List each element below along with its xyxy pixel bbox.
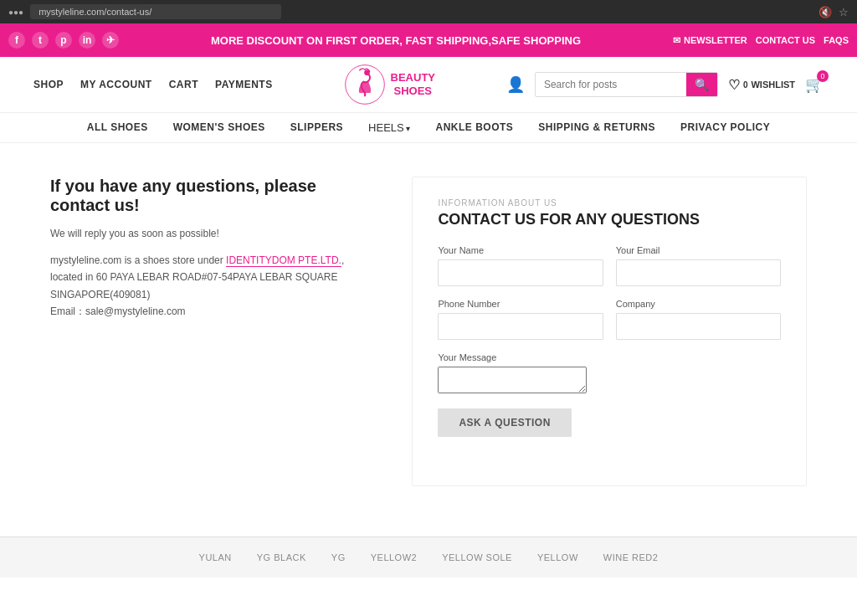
contact-heading: If you have any questions, please contac… bbox=[50, 177, 362, 215]
main-nav: ALL SHOES WOMEN'S SHOES SLIPPERS HEELS A… bbox=[0, 113, 857, 143]
phone-input[interactable] bbox=[438, 313, 603, 340]
cart-button[interactable]: 🛒 0 bbox=[805, 75, 824, 94]
company-label: Company bbox=[616, 299, 781, 309]
url-bar[interactable]: mystyleline.com/contact-us/ bbox=[30, 4, 281, 19]
search-input[interactable] bbox=[536, 73, 686, 96]
header-right: 👤 🔍 ♡ 0 WISHLIST 🛒 0 bbox=[506, 72, 824, 97]
facebook-icon[interactable]: f bbox=[8, 32, 25, 49]
tag-yg-black[interactable]: YG BLACK bbox=[257, 552, 306, 562]
ask-question-button[interactable]: ASK A QUESTION bbox=[438, 408, 571, 437]
contact-subtext: We will reply you as soon as possible! bbox=[50, 228, 362, 239]
payments-link[interactable]: PAYMENTS bbox=[215, 79, 273, 90]
description-prefix: mystyleline.com is a shoes store under bbox=[50, 254, 226, 266]
promo-bar: f t p in ✈ MORE DISCOUNT ON FIRST ORDER,… bbox=[0, 23, 857, 57]
envelope-icon: ✉ bbox=[673, 35, 680, 46]
heart-icon: ♡ bbox=[728, 77, 740, 93]
tag-yellow2[interactable]: YELLOW2 bbox=[371, 552, 417, 562]
email-input[interactable] bbox=[616, 259, 781, 286]
browser-bar: ●●● mystyleline.com/contact-us/ 🔇 ☆ bbox=[0, 0, 857, 23]
footer-tags: YULAN YG BLACK YG YELLOW2 YELLOW SOLE YE… bbox=[0, 536, 857, 578]
logo-text: BEAUTY SHOES bbox=[391, 71, 435, 97]
form-row-2: Phone Number Company bbox=[438, 299, 781, 340]
search-button[interactable]: 🔍 bbox=[686, 73, 717, 96]
browser-icons: 🔇 ☆ bbox=[819, 6, 849, 18]
logo-svg bbox=[344, 64, 386, 105]
search-box: 🔍 bbox=[535, 72, 718, 97]
form-row-1: Your Name Your Email bbox=[438, 245, 781, 286]
faqs-link[interactable]: FAQS bbox=[824, 35, 849, 45]
cart-link[interactable]: CART bbox=[169, 79, 198, 90]
nav-all-shoes[interactable]: ALL SHOES bbox=[87, 121, 148, 134]
header: SHOP MY ACCOUNT CART PAYMENTS BEAUTY SHO… bbox=[0, 57, 857, 113]
promo-text: MORE DISCOUNT ON FIRST ORDER, FAST SHIPP… bbox=[119, 34, 673, 47]
email-field-group: Your Email bbox=[616, 245, 781, 286]
email-link[interactable]: sale@mystyleline.com bbox=[85, 305, 186, 317]
email-label: Email： bbox=[50, 305, 85, 317]
contact-description: mystyleline.com is a shoes store under I… bbox=[50, 252, 362, 321]
name-field-group: Your Name bbox=[438, 245, 603, 286]
nav-womens-shoes[interactable]: WOMEN'S SHOES bbox=[173, 121, 265, 134]
phone-label: Phone Number bbox=[438, 299, 603, 309]
mute-icon[interactable]: 🔇 bbox=[819, 6, 832, 18]
phone-field-group: Phone Number bbox=[438, 299, 603, 340]
message-label: Your Message bbox=[438, 352, 781, 362]
form-title: CONTACT US FOR ANY QUESTIONS bbox=[438, 211, 781, 228]
name-input[interactable] bbox=[438, 259, 603, 286]
nav-slippers[interactable]: SLIPPERS bbox=[290, 121, 343, 134]
pinterest-icon[interactable]: p bbox=[55, 32, 72, 49]
telegram-icon[interactable]: ✈ bbox=[102, 32, 119, 49]
linkedin-icon[interactable]: in bbox=[79, 32, 95, 49]
email-label: Your Email bbox=[616, 245, 781, 255]
logo[interactable]: BEAUTY SHOES bbox=[344, 64, 435, 105]
nav-shipping[interactable]: SHIPPING & RETURNS bbox=[538, 121, 655, 134]
tag-yulan[interactable]: YULAN bbox=[199, 552, 232, 562]
message-field-group: Your Message bbox=[438, 352, 781, 396]
nav-heels[interactable]: HEELS bbox=[368, 121, 410, 134]
tag-yg[interactable]: YG bbox=[331, 552, 346, 562]
company-name: IDENTITYDOM PTE.LTD. bbox=[226, 254, 341, 267]
twitter-icon[interactable]: t bbox=[32, 32, 49, 49]
tag-yellow[interactable]: YELLOW bbox=[537, 552, 578, 562]
my-account-link[interactable]: MY ACCOUNT bbox=[80, 79, 152, 90]
header-nav: SHOP MY ACCOUNT CART PAYMENTS bbox=[33, 79, 273, 90]
form-info-label: INFORMATION ABOUT US bbox=[438, 198, 781, 208]
cart-badge: 0 bbox=[817, 70, 829, 82]
contact-left: If you have any questions, please contac… bbox=[50, 177, 378, 486]
tag-wine-red2[interactable]: WINE RED2 bbox=[603, 552, 659, 562]
page-content: If you have any questions, please contac… bbox=[0, 143, 857, 520]
tag-yellow-sole[interactable]: YELLOW SOLE bbox=[442, 552, 512, 562]
wishlist-button[interactable]: ♡ 0 WISHLIST bbox=[728, 77, 795, 93]
shop-link[interactable]: SHOP bbox=[33, 79, 64, 90]
top-right-links: ✉ NEWSLETTER CONTACT US FAQS bbox=[673, 35, 849, 46]
social-icons: f t p in ✈ bbox=[8, 32, 119, 49]
company-input[interactable] bbox=[616, 313, 781, 340]
message-textarea[interactable] bbox=[438, 367, 587, 393]
name-label: Your Name bbox=[438, 245, 603, 255]
newsletter-link[interactable]: ✉ NEWSLETTER bbox=[673, 35, 747, 46]
star-icon[interactable]: ☆ bbox=[839, 6, 849, 18]
nav-privacy[interactable]: PRIVACY POLICY bbox=[680, 121, 770, 134]
user-icon[interactable]: 👤 bbox=[506, 75, 525, 94]
contact-form: INFORMATION ABOUT US CONTACT US FOR ANY … bbox=[412, 177, 807, 486]
contact-top-link[interactable]: CONTACT US bbox=[756, 35, 815, 45]
company-field-group: Company bbox=[616, 299, 781, 340]
nav-ankle-boots[interactable]: ANKLE BOOTS bbox=[436, 121, 514, 134]
